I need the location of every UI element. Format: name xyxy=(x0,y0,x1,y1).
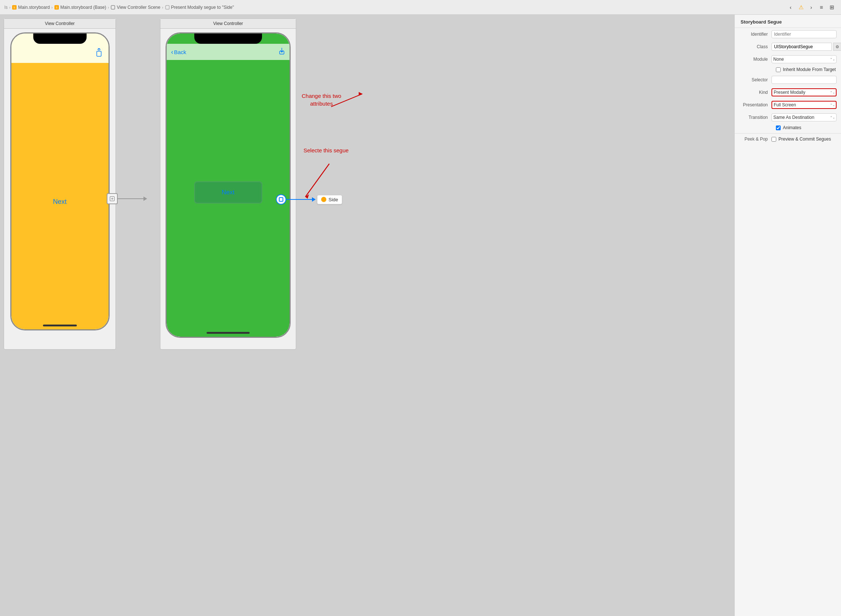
module-select[interactable]: None xyxy=(771,55,837,63)
grid-view-button[interactable]: ⊞ xyxy=(827,3,837,12)
segue-icon xyxy=(165,5,170,10)
animates-checkbox[interactable] xyxy=(776,126,781,130)
class-value-row: ⚙ › xyxy=(771,43,841,51)
presentation-select[interactable]: Full Screen Automatic Current Context Pa… xyxy=(771,101,837,109)
next-button[interactable]: Next xyxy=(194,182,262,204)
class-input[interactable] xyxy=(771,43,832,51)
panel-row-identifier: Identifier xyxy=(735,28,841,41)
kind-value: Present Modally Show Show Detail Present… xyxy=(771,88,837,97)
side-badge: Side xyxy=(317,195,342,204)
kind-select[interactable]: Present Modally Show Show Detail Present… xyxy=(771,88,837,97)
annotation-select: Selecte this segue xyxy=(303,147,349,154)
animates-row: Animates xyxy=(771,124,841,132)
phone-left-next-label: Next xyxy=(53,198,67,206)
breadcrumb-item-1[interactable]: S Main.storyboard xyxy=(12,5,50,10)
selector-value xyxy=(771,76,837,84)
panel-row-module: Module None xyxy=(735,53,841,66)
share-icon[interactable] xyxy=(95,48,103,59)
class-settings-button[interactable]: ⚙ xyxy=(833,43,841,51)
list-view-button[interactable]: ≡ xyxy=(817,3,826,12)
phone-left: Next xyxy=(10,32,110,330)
svg-text:S: S xyxy=(14,6,15,9)
panel-row-presentation: Presentation Full Screen Automatic Curre… xyxy=(735,98,841,111)
svg-rect-5 xyxy=(166,6,169,9)
panel-row-peek: Peek & Pop Preview & Commit Segues xyxy=(735,135,841,143)
breadcrumb-sep-2: › xyxy=(108,5,109,10)
animates-label: Animates xyxy=(783,125,801,130)
breadcrumb: ls › S Main.storyboard › S Main.storyboa… xyxy=(4,5,234,10)
breadcrumb-item-3[interactable]: View Controller Scene xyxy=(110,5,160,10)
presentation-value: Full Screen Automatic Current Context Pa… xyxy=(771,101,837,109)
annotation-change: Change this twoattributes xyxy=(302,92,341,107)
toolbar-icons: ‹ ⚠ › ≡ ⊞ xyxy=(786,3,837,12)
left-arrow-head xyxy=(144,197,147,201)
breadcrumb-sep-0: › xyxy=(9,5,11,10)
storyboard-segue-panel: Storyboard Segue Identifier Class ⚙ › Mo… xyxy=(734,15,841,616)
phone-right-home-bar xyxy=(207,332,250,334)
phone-left-home-bar xyxy=(42,324,76,326)
breadcrumb-item-4[interactable]: Present Modally segue to "Side" xyxy=(165,5,234,10)
phone-right: ‹ Back xyxy=(166,32,291,338)
selector-input[interactable] xyxy=(771,76,837,84)
forward-nav-button[interactable]: › xyxy=(806,3,816,12)
vc-panel-right: View Controller ‹ Back xyxy=(160,18,296,350)
phone-right-notch xyxy=(194,34,262,44)
segue-circle-blue[interactable] xyxy=(276,194,286,205)
svg-rect-4 xyxy=(111,6,115,9)
inherit-module-label: Inherit Module From Target xyxy=(783,67,836,72)
presentation-select-wrapper: Full Screen Automatic Current Context Pa… xyxy=(771,101,837,109)
breadcrumb-sep-3: › xyxy=(162,5,163,10)
phone-right-navbar: ‹ Back xyxy=(167,44,290,60)
phone-left-body: Next xyxy=(12,63,108,329)
class-label: Class xyxy=(739,44,771,49)
main-layout: View Controller xyxy=(0,15,841,616)
segue-icon-left[interactable] xyxy=(107,193,118,204)
presentation-label: Presentation xyxy=(739,102,771,107)
top-bar: ls › S Main.storyboard › S Main.storyboa… xyxy=(0,0,841,15)
peek-label: Peek & Pop xyxy=(739,136,771,142)
svg-line-15 xyxy=(305,164,329,197)
storyboard-base-icon: S xyxy=(54,5,59,10)
transition-label: Transition xyxy=(739,115,771,120)
transition-value: Same As Destination Default (Cover Verti… xyxy=(771,113,837,122)
back-nav-button[interactable]: ‹ xyxy=(786,3,796,12)
left-segue-connector xyxy=(107,195,147,202)
breadcrumb-item-2[interactable]: S Main.storyboard (Base) xyxy=(54,5,106,10)
phone-right-body: Next xyxy=(167,34,290,337)
panel-title: Storyboard Segue xyxy=(735,15,841,28)
blue-arrow-shaft xyxy=(286,199,312,200)
left-arrow-shaft xyxy=(118,198,144,199)
breadcrumb-sep-1: › xyxy=(51,5,53,10)
right-segue-connector[interactable]: Side xyxy=(276,196,342,203)
phone-left-notch xyxy=(33,34,86,44)
vc-panel-left-title: View Controller xyxy=(4,19,116,29)
svg-marker-14 xyxy=(359,92,362,96)
nav-back-button[interactable]: ‹ Back xyxy=(171,48,186,56)
svg-rect-6 xyxy=(97,51,101,56)
breadcrumb-item-0[interactable]: ls xyxy=(4,5,8,10)
side-dot-icon xyxy=(321,197,326,202)
preview-commit-label: Preview & Commit Segues xyxy=(778,136,831,142)
svg-text:S: S xyxy=(56,6,57,9)
panel-row-kind: Kind Present Modally Show Show Detail Pr… xyxy=(735,86,841,98)
inherit-module-checkbox[interactable] xyxy=(776,67,781,72)
identifier-input[interactable] xyxy=(771,30,837,38)
panel-row-transition: Transition Same As Destination Default (… xyxy=(735,111,841,124)
transition-select-wrapper: Same As Destination Default (Cover Verti… xyxy=(771,113,837,122)
kind-select-wrapper: Present Modally Show Show Detail Present… xyxy=(771,88,837,97)
blue-arrow-head xyxy=(312,197,316,202)
segue-inner-square xyxy=(279,197,283,202)
storyboard-icon: S xyxy=(12,5,17,10)
identifier-value xyxy=(771,30,837,38)
inherit-module-row: Inherit Module From Target xyxy=(771,66,841,73)
panel-row-selector: Selector xyxy=(735,73,841,86)
nav-download-icon[interactable] xyxy=(278,47,285,57)
canvas-area: View Controller xyxy=(0,15,734,616)
peek-checkbox[interactable] xyxy=(771,137,776,142)
panel-row-class: Class ⚙ › xyxy=(735,41,841,53)
module-select-wrapper: None xyxy=(771,55,837,63)
identifier-label: Identifier xyxy=(739,32,771,37)
scene-icon xyxy=(110,5,116,10)
transition-select[interactable]: Same As Destination Default (Cover Verti… xyxy=(771,113,837,122)
warning-icon[interactable]: ⚠ xyxy=(796,3,806,12)
